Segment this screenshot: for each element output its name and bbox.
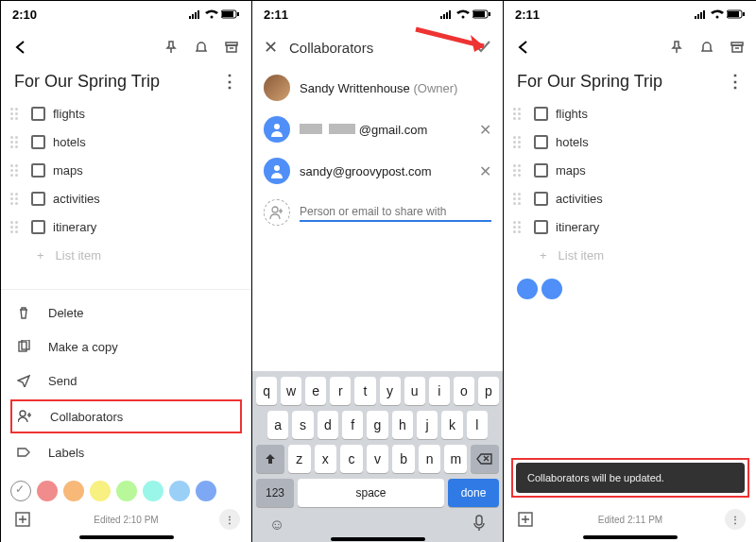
list-item[interactable]: activities [10, 184, 242, 212]
pin-icon[interactable] [161, 37, 181, 58]
numbers-key[interactable]: 123 [256, 479, 294, 507]
list-item[interactable]: itinerary [513, 212, 747, 241]
drag-handle-icon[interactable] [513, 221, 526, 233]
remove-collaborator-icon[interactable]: ✕ [479, 121, 491, 139]
color-swatch[interactable] [116, 481, 137, 501]
note-title[interactable]: For Our Spring Trip [517, 72, 662, 92]
key[interactable]: x [315, 445, 337, 473]
checkbox[interactable] [31, 135, 45, 149]
key[interactable]: d [318, 411, 338, 439]
key[interactable]: j [417, 411, 438, 439]
drag-handle-icon[interactable] [513, 193, 526, 205]
list-item[interactable]: hotels [10, 127, 242, 156]
checkbox[interactable] [31, 192, 45, 206]
avatar[interactable] [541, 279, 562, 299]
share-input[interactable] [300, 205, 491, 218]
back-button[interactable] [10, 37, 31, 58]
key[interactable]: l [467, 411, 488, 439]
key[interactable]: m [444, 445, 467, 473]
menu-collaborators[interactable]: Collaborators [10, 399, 242, 433]
drag-handle-icon[interactable] [10, 164, 24, 177]
checkbox[interactable] [31, 107, 45, 121]
close-icon[interactable]: ✕ [264, 37, 278, 58]
key[interactable]: z [288, 445, 311, 473]
list-item[interactable]: activities [513, 184, 747, 212]
emoji-key[interactable]: ☺ [269, 517, 284, 534]
done-key[interactable]: done [448, 479, 499, 507]
checkbox[interactable] [534, 220, 548, 234]
archive-icon[interactable] [221, 37, 242, 58]
drag-handle-icon[interactable] [513, 108, 526, 120]
key[interactable]: w [281, 377, 301, 405]
key[interactable]: g [367, 411, 387, 439]
key[interactable]: q [256, 377, 277, 405]
key[interactable]: n [419, 445, 441, 473]
key[interactable]: p [478, 377, 499, 405]
key[interactable]: a [267, 411, 288, 439]
shift-key[interactable] [256, 445, 284, 473]
list-item[interactable]: itinerary [10, 212, 242, 241]
menu-delete[interactable]: Delete [1, 296, 251, 330]
share-input-wrap[interactable] [300, 203, 491, 222]
reminder-icon[interactable] [696, 37, 717, 58]
key[interactable]: k [441, 411, 462, 439]
color-swatch[interactable] [63, 481, 84, 501]
drag-handle-icon[interactable] [10, 193, 24, 205]
archive-icon[interactable] [727, 37, 747, 58]
more-icon[interactable]: ⋮ [221, 71, 238, 92]
more-icon[interactable]: ⋮ [727, 71, 744, 92]
menu-send[interactable]: Send [1, 364, 251, 398]
key[interactable]: y [380, 377, 401, 405]
color-swatch[interactable] [10, 481, 31, 501]
key[interactable]: b [392, 445, 415, 473]
checkbox[interactable] [534, 192, 548, 206]
add-list-item[interactable]: +List item [10, 241, 242, 269]
color-swatch[interactable] [169, 481, 190, 501]
checkbox[interactable] [31, 163, 45, 178]
more-menu-icon[interactable]: ⋮ [725, 509, 746, 530]
remove-collaborator-icon[interactable]: ✕ [479, 162, 491, 180]
color-swatch[interactable] [90, 481, 111, 501]
key[interactable]: e [305, 377, 326, 405]
drag-handle-icon[interactable] [513, 164, 526, 177]
key[interactable]: u [404, 377, 425, 405]
note-title[interactable]: For Our Spring Trip [14, 72, 160, 92]
menu-copy[interactable]: Make a copy [1, 330, 251, 364]
add-box-icon[interactable] [515, 509, 536, 530]
avatar[interactable] [517, 279, 538, 299]
key[interactable]: o [454, 377, 474, 405]
key[interactable]: i [429, 377, 450, 405]
key[interactable]: h [392, 411, 413, 439]
list-item[interactable]: maps [10, 156, 242, 184]
list-item[interactable]: flights [10, 99, 242, 127]
key[interactable]: s [292, 411, 313, 439]
menu-labels[interactable]: Labels [1, 435, 251, 469]
key[interactable]: v [367, 445, 389, 473]
list-item[interactable]: maps [513, 156, 747, 184]
drag-handle-icon[interactable] [10, 221, 24, 233]
drag-handle-icon[interactable] [10, 136, 24, 148]
backspace-key[interactable] [471, 445, 499, 473]
list-item[interactable]: hotels [513, 127, 747, 156]
color-swatch[interactable] [196, 481, 216, 501]
key[interactable]: t [354, 377, 375, 405]
checkbox[interactable] [534, 135, 548, 149]
more-menu-icon[interactable]: ⋮ [219, 509, 240, 530]
drag-handle-icon[interactable] [10, 108, 24, 120]
key[interactable]: r [330, 377, 351, 405]
add-list-item[interactable]: +List item [513, 241, 747, 269]
checkbox[interactable] [31, 220, 45, 234]
key[interactable]: f [342, 411, 363, 439]
space-key[interactable]: space [298, 479, 444, 507]
color-swatch[interactable] [37, 481, 58, 501]
key[interactable]: c [340, 445, 363, 473]
mic-key[interactable] [472, 515, 486, 535]
reminder-icon[interactable] [191, 37, 212, 58]
color-swatch[interactable] [143, 481, 163, 501]
back-button[interactable] [513, 37, 534, 58]
list-item[interactable]: flights [513, 99, 747, 127]
drag-handle-icon[interactable] [513, 136, 526, 148]
pin-icon[interactable] [666, 37, 687, 58]
checkbox[interactable] [534, 107, 548, 121]
checkbox[interactable] [534, 163, 548, 178]
